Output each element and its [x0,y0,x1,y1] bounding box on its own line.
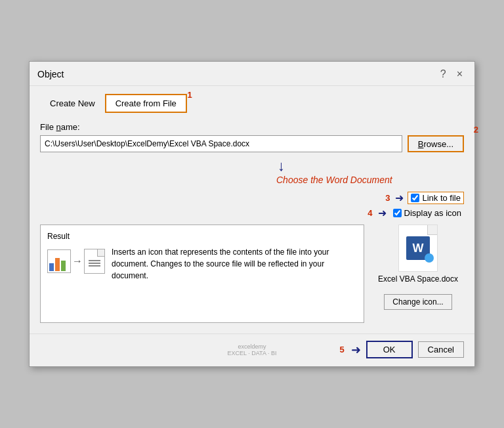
link-step-number: 3 [385,193,390,203]
connect-arrow-icon: → [72,249,83,273]
tab-create-new[interactable]: Create New [40,95,105,112]
dialog-title: Object [37,69,64,79]
doc-line-2 [89,263,100,264]
tab-create-new-label: Create New [50,98,95,108]
title-bar: Object ? × [30,62,474,86]
logo-line2: EXCEL · DATA · BI [228,350,277,356]
dialog-footer: exceldemy EXCEL · DATA · BI 5 ➜ OK Cance… [30,333,474,366]
display-as-icon-checkbox[interactable] [393,209,402,217]
link-to-file-checkbox[interactable] [411,194,419,202]
display-as-icon-text: Display as icon [404,208,461,218]
object-dialog: Object ? × Create New Create from File 1… [29,61,475,367]
browse-button-label: rowse... [423,139,453,149]
change-icon-button[interactable]: Change icon... [384,294,452,310]
down-arrow-icon: ↓ [278,158,285,175]
file-name-input[interactable] [40,135,402,152]
footer-step5-number: 5 [340,345,345,354]
file-name-label: File name: [40,122,464,132]
logo-line1: exceldemy [238,343,266,350]
link-arrow-icon: ➜ [395,192,404,204]
help-button[interactable]: ? [436,67,450,81]
word-badge: W [406,236,430,260]
word-filename: Excel VBA Space.docx [378,274,458,284]
word-icon-area: W Excel VBA Space.docx [378,225,458,284]
result-box: Result → [40,225,364,323]
result-description: Inserts an icon that represents the cont… [112,246,357,282]
browse-button[interactable]: Browse... [408,135,464,152]
result-icon-area: → [47,249,105,274]
display-as-icon-row: 4 ➜ Display as icon [368,207,464,219]
doc-lines [89,260,100,267]
cancel-button[interactable]: Cancel [418,341,464,358]
chart-bar-1 [49,263,54,271]
right-panel: W Excel VBA Space.docx Change icon... [372,225,464,310]
doc-icon [84,249,105,274]
result-content: → Inserts an icon that represents the co… [47,246,357,282]
doc-line-1 [89,260,100,261]
close-button[interactable]: × [453,67,467,81]
link-to-file-label[interactable]: Link to file [408,192,464,204]
display-as-icon-label[interactable]: Display as icon [390,207,464,219]
word-letter: W [412,242,423,255]
options-area: 3 ➜ Link to file 4 ➜ Display as icon [40,192,464,219]
word-file-icon: W [398,225,438,272]
bottom-section: Result → [40,225,464,323]
footer-arrow-icon: ➜ [351,343,361,357]
chart-bar-3 [61,261,66,271]
link-to-file-row: 3 ➜ Link to file [385,192,464,204]
ok-button[interactable]: OK [366,341,413,358]
annotation-text: Choose the Word Document [276,175,392,185]
link-to-file-text: Link to file [422,193,461,203]
display-step-number: 4 [368,208,372,218]
title-controls: ? × [436,67,467,81]
chart-bar-2 [55,258,60,271]
file-name-row: Browse... 2 [40,135,464,152]
dialog-title-area: Object [37,69,64,79]
chart-icon [47,249,71,273]
browse-step-number: 2 [474,125,478,135]
tab-create-from-file-label: Create from File [116,98,177,108]
tab-bar: Create New Create from File 1 [40,94,464,113]
tab-create-from-file[interactable]: Create from File 1 [105,94,187,113]
result-title: Result [47,232,357,241]
footer-logo: exceldemy EXCEL · DATA · BI [228,343,277,356]
dialog-body: Create New Create from File 1 File name:… [30,86,474,333]
tab-step-number: 1 [188,90,192,100]
doc-line-3 [89,265,100,267]
display-arrow-icon: ➜ [378,207,387,219]
